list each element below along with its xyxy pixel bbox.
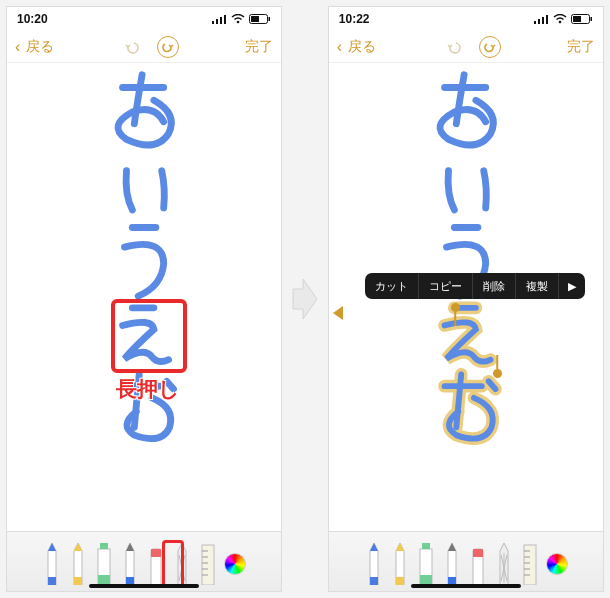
svg-rect-34: [422, 543, 430, 549]
tool-eraser[interactable]: [468, 541, 488, 585]
svg-rect-25: [546, 15, 548, 24]
clock: 10:20: [17, 12, 48, 26]
selection-caret-icon[interactable]: [333, 306, 343, 320]
svg-rect-22: [534, 21, 536, 24]
svg-rect-23: [538, 19, 540, 24]
tool-highlighter[interactable]: [94, 541, 114, 585]
back-button[interactable]: ‹ 戻る: [15, 38, 54, 56]
phone-right: 10:22 ‹ 戻る: [328, 6, 604, 592]
svg-point-26: [559, 21, 562, 24]
clock: 10:22: [339, 12, 370, 26]
menu-more[interactable]: ▶: [559, 273, 585, 299]
redo-button[interactable]: [157, 36, 179, 58]
svg-rect-24: [542, 17, 544, 24]
menu-duplicate[interactable]: 複製: [516, 273, 559, 299]
svg-rect-9: [74, 577, 82, 585]
redo-button[interactable]: [479, 36, 501, 58]
status-bar: 10:22: [329, 7, 603, 31]
menu-copy[interactable]: コピー: [419, 273, 473, 299]
svg-rect-6: [251, 16, 259, 22]
done-label: 完了: [245, 38, 273, 56]
svg-rect-3: [224, 15, 226, 24]
svg-rect-37: [473, 549, 483, 557]
wifi-icon: [231, 14, 245, 24]
menu-cut[interactable]: カット: [365, 273, 419, 299]
nav-bar: ‹ 戻る 完了: [329, 31, 603, 63]
drawing-toolbar: [329, 531, 603, 591]
home-indicator[interactable]: [411, 584, 521, 588]
done-button[interactable]: 完了: [567, 38, 595, 56]
undo-button[interactable]: [121, 36, 143, 58]
svg-rect-8: [48, 577, 56, 585]
back-label: 戻る: [26, 38, 54, 56]
drawing-canvas[interactable]: 長押し: [7, 63, 281, 531]
handwriting-strokes: [7, 63, 281, 531]
svg-rect-30: [370, 577, 378, 585]
svg-rect-28: [573, 16, 581, 22]
wifi-icon: [553, 14, 567, 24]
highlight-box: [111, 299, 187, 373]
tool-pen-yellow[interactable]: [390, 541, 410, 585]
undo-button[interactable]: [443, 36, 465, 58]
tool-lasso[interactable]: [494, 541, 514, 585]
tool-pen-blue[interactable]: [42, 541, 62, 585]
transition-arrow-icon: [290, 269, 320, 329]
color-picker[interactable]: [224, 553, 246, 575]
svg-rect-12: [100, 543, 108, 549]
context-menu: カット コピー 削除 複製 ▶: [365, 273, 585, 299]
svg-rect-2: [220, 17, 222, 24]
highlight-label: 長押し: [116, 375, 180, 403]
cellular-icon: [534, 14, 549, 24]
svg-rect-15: [151, 549, 161, 557]
status-icons: [534, 14, 593, 24]
tool-highlighter[interactable]: [416, 541, 436, 585]
selection-handle-start[interactable]: [451, 303, 460, 312]
svg-rect-7: [269, 17, 271, 21]
cellular-icon: [212, 14, 227, 24]
drawing-toolbar: [7, 531, 281, 591]
back-button[interactable]: ‹ 戻る: [337, 38, 376, 56]
svg-rect-0: [212, 21, 214, 24]
chevron-left-icon: ‹: [15, 39, 20, 55]
menu-delete[interactable]: 削除: [473, 273, 516, 299]
battery-icon: [249, 14, 271, 24]
svg-point-4: [237, 21, 240, 24]
phone-left: 10:20 ‹ 戻る: [6, 6, 282, 592]
tool-pen-yellow[interactable]: [68, 541, 88, 585]
done-label: 完了: [567, 38, 595, 56]
highlight-tool-box: [162, 540, 184, 588]
selection-handle-end[interactable]: [493, 369, 502, 378]
svg-rect-29: [591, 17, 593, 21]
status-icons: [212, 14, 271, 24]
back-label: 戻る: [348, 38, 376, 56]
tool-ruler[interactable]: [520, 541, 540, 585]
tool-pencil[interactable]: [120, 541, 140, 585]
tool-ruler[interactable]: [198, 541, 218, 585]
done-button[interactable]: 完了: [245, 38, 273, 56]
home-indicator[interactable]: [89, 584, 199, 588]
battery-icon: [571, 14, 593, 24]
status-bar: 10:20: [7, 7, 281, 31]
nav-bar: ‹ 戻る 完了: [7, 31, 281, 63]
svg-rect-31: [396, 577, 404, 585]
drawing-canvas[interactable]: カット コピー 削除 複製 ▶: [329, 63, 603, 531]
tool-pen-blue[interactable]: [364, 541, 384, 585]
color-picker[interactable]: [546, 553, 568, 575]
svg-rect-1: [216, 19, 218, 24]
chevron-left-icon: ‹: [337, 39, 342, 55]
tool-pencil[interactable]: [442, 541, 462, 585]
